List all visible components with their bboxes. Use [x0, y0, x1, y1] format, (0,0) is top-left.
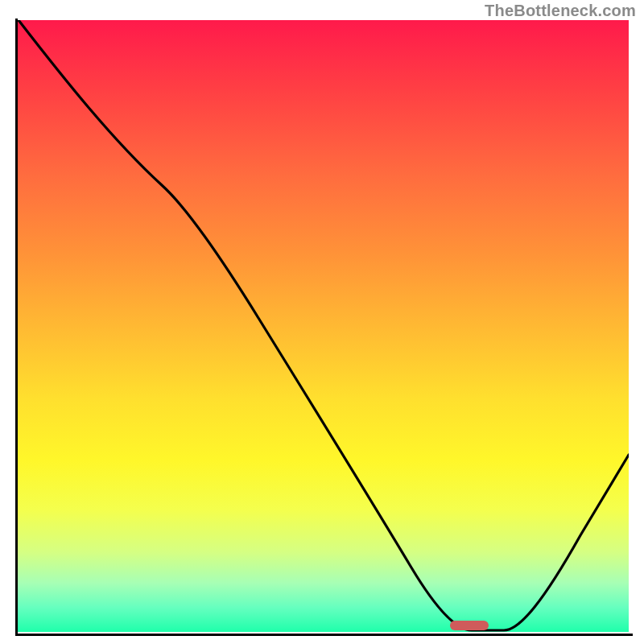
bottleneck-curve — [17, 20, 629, 632]
watermark-text: TheBottleneck.com — [485, 2, 636, 20]
curve-path — [19, 20, 629, 630]
optimal-marker — [450, 621, 489, 630]
chart-plot-area — [17, 20, 629, 632]
